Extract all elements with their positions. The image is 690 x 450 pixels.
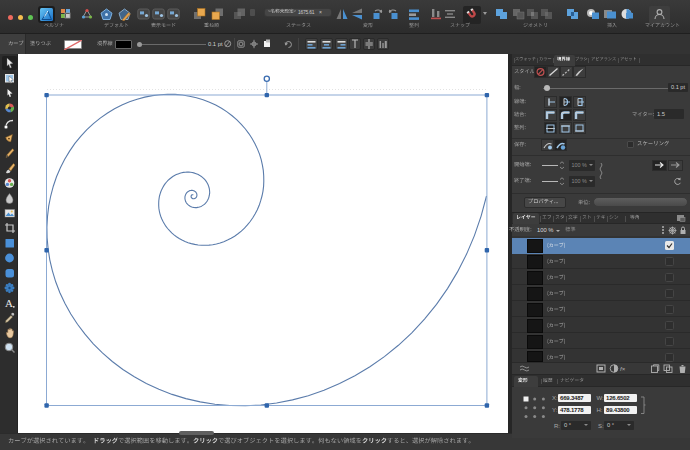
svg-text:A: A <box>5 297 13 309</box>
